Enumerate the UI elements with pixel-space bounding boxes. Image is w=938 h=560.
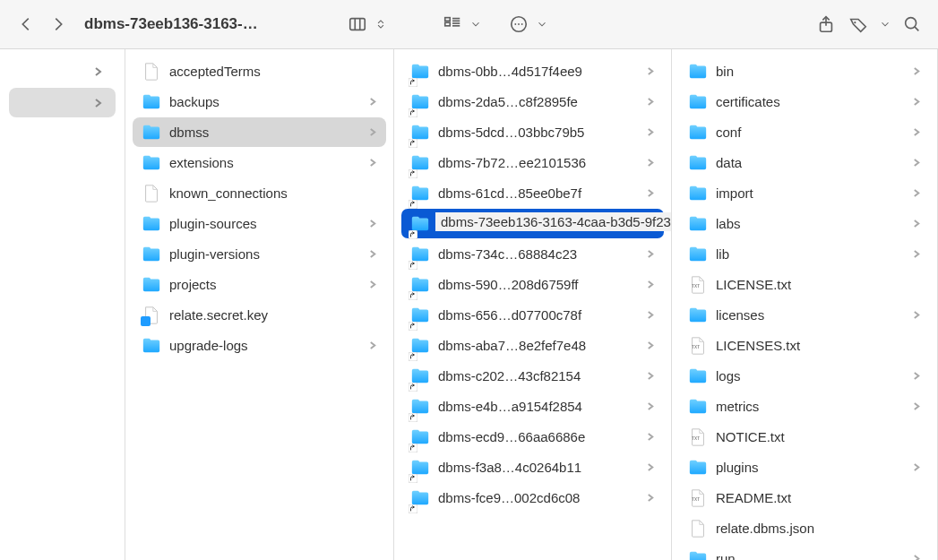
view-columns-button[interactable] — [342, 9, 373, 39]
folder-row[interactable]: dbms-590…208d6759ff — [401, 270, 664, 299]
svg-point-12 — [518, 23, 520, 25]
folder-row[interactable]: dbms-aba7…8e2fef7e48 — [401, 331, 664, 360]
folder-row[interactable]: conf — [679, 117, 930, 147]
folder-icon — [410, 397, 430, 417]
chevron-right-icon — [913, 552, 921, 560]
folder-row[interactable]: upgrade-logs — [133, 331, 386, 360]
folder-row[interactable]: lib — [679, 239, 930, 269]
group-button[interactable] — [437, 9, 468, 39]
folder-row[interactable]: data — [679, 148, 930, 177]
chevron-right-icon — [647, 247, 655, 261]
alias-badge-icon — [409, 349, 417, 358]
folder-row[interactable]: dbms-ecd9…66aa6686e — [401, 422, 664, 452]
file-row[interactable]: relate.secret.key — [133, 300, 386, 330]
folder-row[interactable]: backups — [133, 87, 386, 116]
folder-row[interactable]: plugin-versions — [133, 239, 386, 269]
chevron-right-icon — [369, 95, 377, 108]
folder-row[interactable]: dbms-7b72…ee2101536 — [401, 148, 664, 177]
folder-row[interactable]: logs — [679, 361, 930, 391]
folder-row[interactable]: dbms-656…d07700c78f — [401, 300, 664, 330]
file-name: bin — [716, 64, 905, 79]
file-icon — [142, 184, 161, 203]
folder-icon — [410, 458, 430, 478]
chevron-right-icon — [647, 400, 655, 413]
file-name: certificates — [716, 94, 905, 109]
txt-file-icon: TXT — [688, 275, 708, 295]
column-3: bin certificates conf data import labs l… — [672, 49, 938, 560]
file-name: relate.secret.key — [169, 307, 377, 323]
file-name: NOTICE.txt — [716, 429, 921, 444]
folder-row[interactable]: dbms-e4b…a9154f2854 — [401, 392, 664, 421]
folder-row[interactable]: projects — [133, 270, 386, 299]
file-row[interactable]: TXT NOTICE.txt — [679, 422, 930, 452]
chevron-right-icon — [913, 217, 921, 230]
dropdown-chevron-icon[interactable] — [875, 9, 895, 39]
search-button[interactable] — [897, 9, 927, 39]
folder-row[interactable]: bin — [679, 56, 930, 86]
folder-icon — [142, 123, 161, 142]
folder-row[interactable]: dbmss — [133, 117, 386, 147]
file-name-editing[interactable]: dbms-73eeb136-3163-4caa-b3d5-9f23dc72c81… — [435, 212, 672, 231]
folder-row[interactable]: plugin-sources — [133, 209, 386, 238]
file-name: licenses — [716, 307, 905, 323]
folder-row[interactable]: metrics — [679, 392, 930, 421]
file-name: dbms-656…d07700c78f — [438, 307, 639, 323]
file-name: dbms-5dcd…03bbc79b5 — [438, 125, 639, 140]
sidebar-item[interactable] — [9, 88, 116, 117]
folder-icon — [142, 153, 161, 173]
folder-icon — [688, 92, 708, 112]
folder-row[interactable]: dbms-61cd…85ee0be7f — [401, 178, 664, 208]
alias-badge-icon — [409, 501, 417, 510]
alias-badge-icon — [409, 440, 417, 449]
file-row[interactable]: relate.dbms.json — [679, 513, 930, 543]
folder-row[interactable]: plugins — [679, 452, 930, 482]
folder-row[interactable]: run — [679, 544, 930, 560]
folder-row[interactable]: dbms-f3a8…4c0264b11 — [401, 452, 664, 482]
folder-icon — [688, 123, 708, 142]
folder-row[interactable]: labs — [679, 209, 930, 238]
folder-row[interactable]: extensions — [133, 148, 386, 177]
file-name: dbms-734c…68884c23 — [438, 246, 639, 262]
file-row[interactable]: TXT LICENSE.txt — [679, 270, 930, 299]
action-button[interactable] — [503, 9, 534, 39]
tags-button[interactable] — [843, 9, 873, 39]
svg-point-11 — [514, 23, 516, 25]
file-name: import — [716, 185, 905, 201]
back-button[interactable] — [11, 9, 41, 39]
file-row[interactable]: TXT LICENSES.txt — [679, 331, 930, 360]
folder-row[interactable]: dbms-2da5…c8f2895fe — [401, 87, 664, 116]
view-stepper-icon[interactable] — [373, 9, 389, 39]
file-name: relate.dbms.json — [716, 521, 921, 536]
folder-row[interactable]: dbms-fce9…002cd6c08 — [401, 483, 664, 513]
column-2: dbms-0bb…4d517f4ee9 dbms-2da5…c8f2895fe … — [394, 49, 672, 560]
file-name: LICENSE.txt — [716, 277, 921, 292]
alias-badge-icon — [409, 470, 417, 479]
group-chevron-icon[interactable] — [468, 9, 484, 39]
folder-row[interactable]: dbms-c202…43cf82154 — [401, 361, 664, 391]
alias-badge-icon — [409, 318, 417, 327]
file-row[interactable]: TXT README.txt — [679, 483, 930, 513]
folder-icon — [142, 214, 161, 234]
folder-row[interactable]: dbms-5dcd…03bbc79b5 — [401, 117, 664, 147]
forward-button[interactable] — [43, 9, 73, 39]
folder-row[interactable]: certificates — [679, 87, 930, 116]
folder-row[interactable]: dbms-734c…68884c23 — [401, 239, 664, 269]
chevron-right-icon — [369, 247, 377, 261]
file-row[interactable]: acceptedTerms — [133, 56, 386, 86]
folder-icon — [688, 306, 708, 325]
chevron-right-icon — [913, 95, 921, 108]
file-name: dbms-0bb…4d517f4ee9 — [438, 64, 639, 79]
file-name: LICENSES.txt — [716, 338, 921, 353]
sidebar-item[interactable] — [9, 56, 116, 86]
folder-row[interactable]: licenses — [679, 300, 930, 330]
svg-point-15 — [854, 22, 856, 23]
folder-row[interactable]: dbms-73eeb136-3163-4caa-b3d5-9f23dc72c81… — [401, 209, 664, 238]
chevron-right-icon — [647, 461, 655, 474]
folder-icon — [410, 427, 430, 447]
file-row[interactable]: known_connections — [133, 178, 386, 208]
file-name: plugin-sources — [169, 216, 361, 231]
folder-row[interactable]: dbms-0bb…4d517f4ee9 — [401, 56, 664, 86]
action-chevron-icon[interactable] — [534, 9, 550, 39]
share-button[interactable] — [811, 9, 841, 39]
folder-row[interactable]: import — [679, 178, 930, 208]
